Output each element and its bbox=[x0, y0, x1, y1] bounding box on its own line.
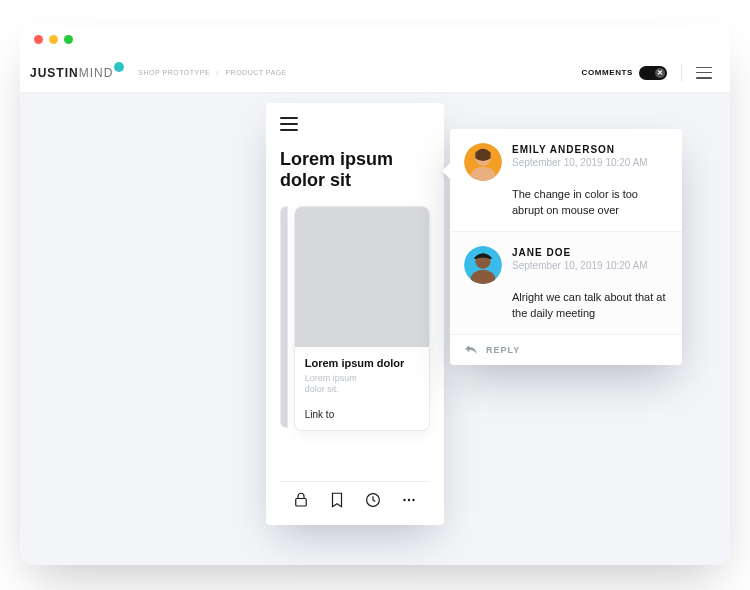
comment-item: EMILY ANDERSON September 10, 2019 10:20 … bbox=[450, 129, 682, 231]
comment-timestamp: September 10, 2019 10:20 AM bbox=[512, 260, 668, 271]
bookmark-icon[interactable] bbox=[328, 491, 346, 509]
card-carousel[interactable]: Lorem ipsum dolor Lorem ipsum dolor sit.… bbox=[280, 206, 430, 431]
comments-toggle[interactable]: COMMENTS ✕ bbox=[582, 66, 667, 80]
app-logo[interactable]: JUSTINMIND bbox=[30, 66, 124, 80]
breadcrumb-item[interactable]: PRODUCT PAGE bbox=[225, 69, 286, 76]
avatar bbox=[464, 246, 502, 284]
divider bbox=[681, 64, 682, 82]
comment-author: EMILY ANDERSON bbox=[512, 144, 668, 155]
mobile-prototype: Lorem ipsum dolor sit Lorem ipsum dolor … bbox=[266, 103, 444, 525]
close-window-icon[interactable] bbox=[34, 35, 43, 44]
more-icon[interactable] bbox=[400, 491, 418, 509]
breadcrumb: SHOP PROTOTYPE / PRODUCT PAGE bbox=[138, 69, 286, 76]
comment-body: Alright we can talk about that at the da… bbox=[512, 290, 668, 322]
main-menu-button[interactable] bbox=[696, 67, 712, 79]
avatar bbox=[464, 143, 502, 181]
maximize-window-icon[interactable] bbox=[64, 35, 73, 44]
svg-point-2 bbox=[403, 498, 405, 500]
card-title: Lorem ipsum dolor bbox=[305, 357, 419, 369]
logo-dot-icon bbox=[114, 62, 124, 72]
minimize-window-icon[interactable] bbox=[49, 35, 58, 44]
breadcrumb-item[interactable]: SHOP PROTOTYPE bbox=[138, 69, 210, 76]
browser-window: JUSTINMIND SHOP PROTOTYPE / PRODUCT PAGE… bbox=[20, 25, 730, 565]
close-icon: ✕ bbox=[655, 68, 665, 78]
card-image-placeholder bbox=[295, 207, 429, 347]
window-controls bbox=[34, 35, 73, 44]
bottom-tabbar bbox=[280, 481, 430, 517]
comments-panel: EMILY ANDERSON September 10, 2019 10:20 … bbox=[450, 129, 682, 365]
toggle-switch[interactable]: ✕ bbox=[639, 66, 667, 80]
hamburger-icon[interactable] bbox=[280, 117, 298, 131]
lock-icon[interactable] bbox=[292, 491, 310, 509]
reply-label: REPLY bbox=[486, 345, 520, 355]
comments-toggle-label: COMMENTS bbox=[582, 68, 633, 77]
prototype-canvas: Lorem ipsum dolor sit Lorem ipsum dolor … bbox=[20, 93, 730, 565]
reply-button[interactable]: REPLY bbox=[450, 334, 682, 365]
page-title: Lorem ipsum dolor sit bbox=[280, 149, 430, 190]
app-topbar: JUSTINMIND SHOP PROTOTYPE / PRODUCT PAGE… bbox=[20, 53, 730, 93]
comment-body: The change in color is too abrupt on mou… bbox=[512, 187, 668, 219]
svg-point-4 bbox=[412, 498, 414, 500]
comment-item: JANE DOE September 10, 2019 10:20 AM Alr… bbox=[450, 231, 682, 334]
svg-rect-0 bbox=[296, 498, 307, 506]
svg-point-3 bbox=[408, 498, 410, 500]
reply-icon bbox=[464, 343, 478, 357]
comment-author: JANE DOE bbox=[512, 247, 668, 258]
logo-text-bold: JUSTIN bbox=[30, 66, 79, 80]
previous-card-peek[interactable] bbox=[280, 206, 288, 428]
card-link[interactable]: Link to bbox=[305, 409, 419, 420]
breadcrumb-separator: / bbox=[217, 69, 219, 76]
logo-text-light: MIND bbox=[79, 66, 114, 80]
clock-icon[interactable] bbox=[364, 491, 382, 509]
comment-timestamp: September 10, 2019 10:20 AM bbox=[512, 157, 668, 168]
card-subtitle: Lorem ipsum dolor sit. bbox=[305, 373, 419, 395]
product-card[interactable]: Lorem ipsum dolor Lorem ipsum dolor sit.… bbox=[294, 206, 430, 431]
